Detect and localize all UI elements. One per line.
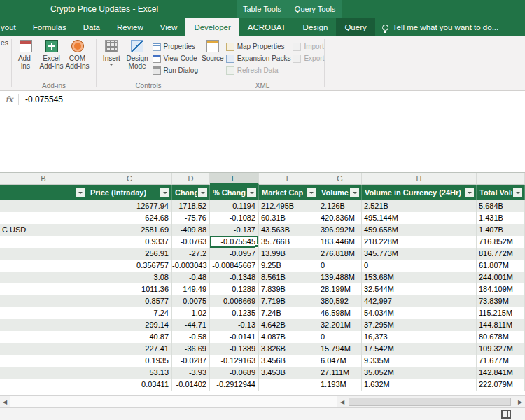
filter-button[interactable] bbox=[307, 188, 316, 197]
tab-developer[interactable]: Developer bbox=[186, 18, 239, 36]
source-button[interactable]: Source bbox=[202, 38, 224, 62]
tab-acrobat[interactable]: ACROBAT bbox=[239, 18, 295, 36]
scrollbar-thumb[interactable] bbox=[349, 398, 511, 406]
cell-h-6[interactable]: 0 bbox=[362, 260, 477, 272]
cell-g-5[interactable]: 276.818M bbox=[318, 248, 362, 260]
cell-g-10[interactable]: 46.598M bbox=[318, 307, 362, 319]
cell-f-12[interactable]: 4.087B bbox=[259, 331, 318, 343]
cell-g-1[interactable]: 2.126B bbox=[318, 200, 362, 212]
cell-h-11[interactable]: 37.295M bbox=[362, 319, 477, 331]
cell-c-5[interactable]: 256.91 bbox=[88, 248, 172, 260]
query-tools-header[interactable]: Query Tools bbox=[288, 0, 342, 18]
cell-c-13[interactable]: 227.41 bbox=[88, 343, 172, 355]
column-header-partial[interactable] bbox=[477, 173, 525, 185]
cell-i-9[interactable]: 73.839M bbox=[477, 295, 525, 307]
cell-b-5[interactable] bbox=[0, 248, 88, 260]
cell-h-16[interactable]: 1.632M bbox=[362, 379, 477, 391]
cell-d-14[interactable]: -0.0287 bbox=[172, 355, 210, 367]
table-header-symbol[interactable] bbox=[0, 185, 88, 200]
cell-h-9[interactable]: 442,997 bbox=[362, 295, 477, 307]
tab-view[interactable]: View bbox=[152, 18, 186, 36]
run-dialog-button[interactable]: Run Dialog bbox=[153, 64, 198, 76]
cell-e-15[interactable]: -0.0689 bbox=[210, 367, 259, 379]
column-header-e-selected[interactable]: E bbox=[210, 173, 259, 185]
refresh-data-button[interactable]: Refresh Data bbox=[226, 64, 291, 76]
table-header-market-cap[interactable]: Market Cap bbox=[259, 185, 318, 200]
filter-button[interactable] bbox=[513, 188, 522, 197]
column-header-d[interactable]: D bbox=[172, 173, 210, 185]
column-header-f[interactable]: F bbox=[259, 173, 318, 185]
cell-h-8[interactable]: 32.544M bbox=[362, 284, 477, 295]
import-button[interactable]: Import bbox=[293, 41, 324, 52]
cell-g-2[interactable]: 420.836M bbox=[318, 212, 362, 224]
cell-f-8[interactable]: 7.839B bbox=[259, 284, 318, 295]
cell-f-2[interactable]: 60.31B bbox=[259, 212, 318, 224]
excel-add-ins-button[interactable]: Excel Add-ins bbox=[38, 38, 64, 70]
cell-d-4[interactable]: -0.0763 bbox=[172, 236, 210, 248]
cell-e-4[interactable]: -0.075545 bbox=[210, 236, 259, 248]
cell-i-7[interactable]: 244.001M bbox=[477, 272, 525, 284]
column-header-b[interactable]: B bbox=[0, 173, 88, 185]
tab-data[interactable]: Data bbox=[75, 18, 108, 36]
cell-h-4[interactable]: 218.228M bbox=[362, 236, 477, 248]
column-header-g[interactable]: G bbox=[318, 173, 362, 185]
cell-d-15[interactable]: -3.93 bbox=[172, 367, 210, 379]
cell-g-4[interactable]: 183.446M bbox=[318, 236, 362, 248]
cell-i-3[interactable]: 1.407B bbox=[477, 224, 525, 236]
cell-b-1[interactable] bbox=[0, 200, 88, 212]
cell-d-1[interactable]: -1718.52 bbox=[172, 200, 210, 212]
filter-button[interactable] bbox=[76, 188, 85, 197]
cell-d-16[interactable]: -0.01402 bbox=[172, 379, 210, 391]
cell-f-10[interactable]: 7.24B bbox=[259, 307, 318, 319]
cell-b-8[interactable] bbox=[0, 284, 88, 295]
cell-f-7[interactable]: 8.561B bbox=[259, 272, 318, 284]
tab-formulas[interactable]: Formulas bbox=[24, 18, 75, 36]
cell-f-15[interactable]: 3.453B bbox=[259, 367, 318, 379]
cell-d-8[interactable]: -149.49 bbox=[172, 284, 210, 295]
cell-b-15[interactable] bbox=[0, 367, 88, 379]
cell-e-16[interactable]: -0.2912944 bbox=[210, 379, 259, 391]
cell-i-8[interactable]: 184.109M bbox=[477, 284, 525, 295]
cell-c-3[interactable]: 2581.69 bbox=[88, 224, 172, 236]
filter-button[interactable] bbox=[198, 188, 207, 197]
cell-b-9[interactable] bbox=[0, 295, 88, 307]
map-properties-button[interactable]: Map Properties bbox=[226, 41, 291, 52]
table-header-pct-change[interactable]: % Change bbox=[210, 185, 259, 200]
table-tools-header[interactable]: Table Tools bbox=[237, 0, 288, 18]
cell-b-13[interactable] bbox=[0, 343, 88, 355]
cell-e-3[interactable]: -0.137 bbox=[210, 224, 259, 236]
cell-d-10[interactable]: -1.02 bbox=[172, 307, 210, 319]
cell-g-9[interactable]: 380,592 bbox=[318, 295, 362, 307]
cell-e-13[interactable]: -0.1389 bbox=[210, 343, 259, 355]
export-button[interactable]: Export bbox=[293, 52, 324, 64]
cell-f-3[interactable]: 43.563B bbox=[259, 224, 318, 236]
cell-c-14[interactable]: 0.1935 bbox=[88, 355, 172, 367]
com-add-ins-button[interactable]: COM Add-ins bbox=[64, 38, 90, 70]
cell-c-11[interactable]: 299.14 bbox=[88, 319, 172, 331]
cell-e-5[interactable]: -0.0957 bbox=[210, 248, 259, 260]
formula-input[interactable]: -0.075545 bbox=[19, 94, 63, 104]
cell-g-11[interactable]: 32.201M bbox=[318, 319, 362, 331]
cell-b-3[interactable]: C USD bbox=[0, 224, 88, 236]
scroll-right-icon[interactable]: ▶ bbox=[515, 399, 525, 405]
cell-e-9[interactable]: -0.008669 bbox=[210, 295, 259, 307]
cell-c-7[interactable]: 3.08 bbox=[88, 272, 172, 284]
cell-e-10[interactable]: -0.1235 bbox=[210, 307, 259, 319]
cell-h-2[interactable]: 495.144M bbox=[362, 212, 477, 224]
insert-function-button[interactable]: fx bbox=[0, 94, 18, 104]
cell-c-1[interactable]: 12677.94 bbox=[88, 200, 172, 212]
cell-h-7[interactable]: 153.68M bbox=[362, 272, 477, 284]
cell-d-11[interactable]: -44.71 bbox=[172, 319, 210, 331]
cell-c-9[interactable]: 0.8577 bbox=[88, 295, 172, 307]
cell-e-1[interactable]: -0.1194 bbox=[210, 200, 259, 212]
cell-b-6[interactable] bbox=[0, 260, 88, 272]
table-header-total-volume[interactable]: Total Volume bbox=[477, 185, 525, 200]
cell-c-10[interactable]: 7.24 bbox=[88, 307, 172, 319]
cell-e-8[interactable]: -0.1288 bbox=[210, 284, 259, 295]
table-header-change[interactable]: Change bbox=[172, 185, 210, 200]
cell-e-12[interactable]: -0.0141 bbox=[210, 331, 259, 343]
column-header-c[interactable]: C bbox=[88, 173, 172, 185]
cell-d-5[interactable]: -27.2 bbox=[172, 248, 210, 260]
cell-g-16[interactable]: 1.193M bbox=[318, 379, 362, 391]
column-header-h[interactable]: H bbox=[362, 173, 477, 185]
